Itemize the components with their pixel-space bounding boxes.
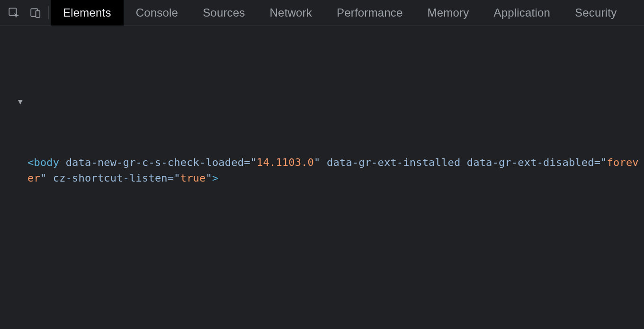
inspect-element-icon[interactable] (3, 0, 25, 26)
devtools-toolbar: Elements Console Sources Network Perform… (0, 0, 644, 26)
tab-application[interactable]: Application (481, 0, 563, 26)
equals: = (168, 172, 174, 184)
devtools-tabs: Elements Console Sources Network Perform… (51, 0, 629, 26)
tag-open: <body (27, 156, 59, 168)
quote: " (174, 172, 180, 184)
equals: = (594, 156, 600, 168)
attr-value: 14.1103.0 (257, 156, 314, 168)
attr-name: data-gr-ext-disabled (460, 156, 594, 168)
quote: " (40, 172, 46, 184)
tab-sources[interactable]: Sources (190, 0, 257, 26)
equals: = (244, 156, 250, 168)
attr-name: cz-shortcut-listen (46, 172, 167, 184)
tab-label: Console (136, 6, 178, 19)
attr-name: data-gr-ext-installed (321, 156, 461, 168)
expand-arrow-icon[interactable]: ▼ (18, 96, 23, 108)
tag-close-bracket: > (212, 172, 218, 184)
tab-performance[interactable]: Performance (324, 0, 415, 26)
tab-label: Application (493, 6, 550, 19)
dom-node-body[interactable]: ▼ <body data-new-gr-c-s-check-loaded="14… (0, 93, 644, 232)
device-toolbar-icon[interactable] (25, 0, 46, 26)
tab-label: Sources (203, 6, 245, 19)
tab-network[interactable]: Network (258, 0, 324, 26)
quote: " (206, 172, 212, 184)
tab-label: Performance (337, 6, 403, 19)
tab-elements[interactable]: Elements (51, 0, 124, 26)
attr-value: true (180, 172, 206, 184)
attr-name: data-new-gr-c-s-check-loaded (59, 156, 244, 168)
tab-security[interactable]: Security (563, 0, 629, 26)
tab-label: Elements (63, 6, 111, 19)
tab-label: Security (575, 6, 617, 19)
tab-memory[interactable]: Memory (415, 0, 482, 26)
toolbar-separator (48, 6, 49, 19)
quote: " (314, 156, 320, 168)
tab-label: Memory (428, 6, 469, 19)
svg-rect-2 (36, 11, 40, 18)
tab-label: Network (270, 6, 312, 19)
quote: " (250, 156, 257, 168)
dom-node-noscript[interactable]: <noscript>You need to enable JavaScript … (0, 294, 644, 329)
quote: " (600, 156, 607, 168)
tab-console[interactable]: Console (124, 0, 190, 26)
dom-tree[interactable]: ▼ <body data-new-gr-c-s-check-loaded="14… (0, 26, 644, 329)
